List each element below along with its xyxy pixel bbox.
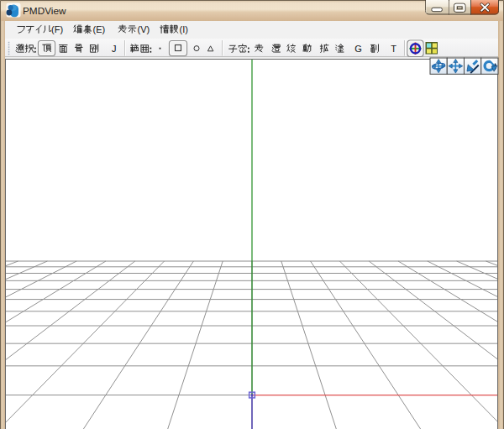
- svg-text:(I): (I): [180, 24, 188, 34]
- svg-text:T: T: [391, 44, 396, 54]
- svg-text:(F): (F): [51, 24, 63, 34]
- svg-text:(E): (E): [93, 24, 106, 34]
- svg-text:G: G: [354, 44, 362, 54]
- svg-text:PMDView: PMDView: [23, 5, 66, 17]
- svg-text:(V): (V): [138, 24, 150, 34]
- svg-text:J: J: [112, 44, 117, 54]
